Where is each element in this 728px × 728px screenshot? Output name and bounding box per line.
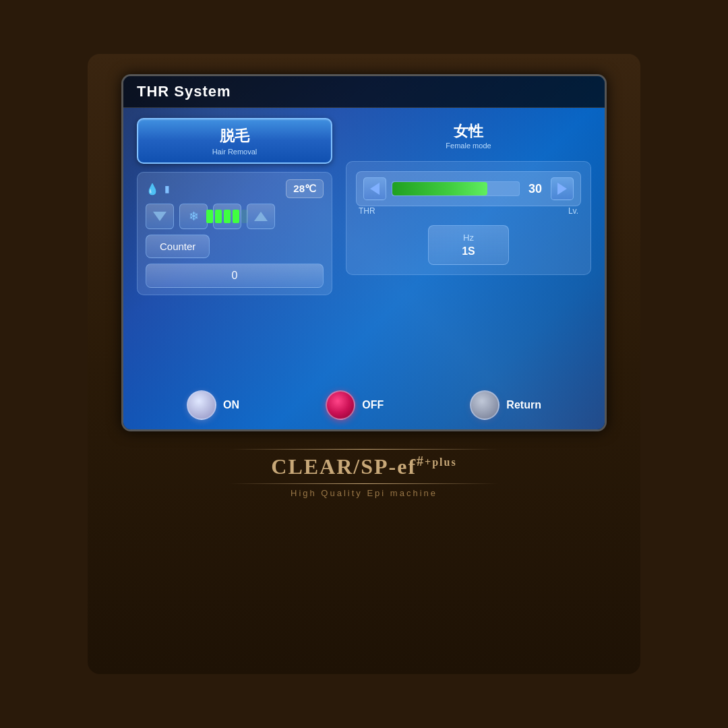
title-bar: THR System bbox=[123, 76, 605, 108]
brand-name: CLEAR/SP-ef#+plus bbox=[229, 454, 499, 479]
off-button[interactable]: OFF bbox=[326, 390, 384, 420]
main-content: 脱毛 Hair Removal 💧 ▮ 28℃ bbox=[123, 108, 605, 382]
energy-bar-2 bbox=[215, 210, 222, 223]
mode-kanji: 脱毛 bbox=[149, 126, 320, 146]
brand-plus: +plus bbox=[425, 456, 457, 468]
thr-decrease-button[interactable] bbox=[363, 177, 386, 200]
brand-sub: High Quality Epi machine bbox=[229, 488, 499, 498]
on-button[interactable]: ON bbox=[187, 390, 239, 420]
on-button-label: ON bbox=[223, 399, 239, 411]
energy-btn[interactable] bbox=[213, 204, 241, 229]
screen-outer: THR System 脱毛 Hair Removal 💧 ▮ 28℃ bbox=[121, 74, 607, 431]
vacuum-btn[interactable] bbox=[146, 204, 174, 229]
energy-bar-4 bbox=[233, 210, 239, 223]
lv-label: Lv. bbox=[568, 206, 578, 216]
left-arrow-icon bbox=[370, 183, 380, 195]
brand-text: CLEAR/SP-ef bbox=[271, 454, 417, 479]
energy-bars bbox=[206, 210, 248, 223]
snowflake-icon: ❄ bbox=[189, 209, 199, 224]
off-button-circle bbox=[326, 390, 355, 420]
thr-level-value: 30 bbox=[525, 182, 545, 196]
thr-label: THR bbox=[359, 206, 375, 216]
counter-value: 0 bbox=[146, 264, 324, 288]
return-button-circle bbox=[470, 390, 499, 420]
hz-label: Hz bbox=[442, 233, 495, 243]
thr-bar-fill bbox=[392, 182, 487, 195]
mode-button[interactable]: 脱毛 Hair Removal bbox=[137, 118, 332, 164]
water-icon: 💧 bbox=[146, 183, 159, 195]
machine-body: THR System 脱毛 Hair Removal 💧 ▮ 28℃ bbox=[88, 54, 640, 674]
thr-bar-container bbox=[392, 181, 520, 196]
off-button-label: OFF bbox=[362, 399, 384, 411]
cool-btn[interactable]: ❄ bbox=[179, 204, 208, 229]
temp-icon-bar: ▮ bbox=[164, 183, 170, 194]
right-mode-label: 女性 Female mode bbox=[346, 118, 591, 153]
thr-labels: THR Lv. bbox=[356, 206, 581, 216]
thr-increase-button[interactable] bbox=[551, 177, 574, 200]
right-panel: 女性 Female mode bbox=[346, 118, 591, 372]
right-mode-kanji: 女性 bbox=[346, 121, 591, 142]
thr-control: 30 bbox=[356, 171, 581, 206]
temperature-display: 28℃ bbox=[286, 179, 324, 198]
alarm-icon bbox=[254, 212, 268, 221]
on-button-circle bbox=[187, 390, 216, 420]
return-button[interactable]: Return bbox=[470, 390, 541, 420]
screen-title: THR System bbox=[137, 83, 591, 100]
counter-button[interactable]: Counter bbox=[146, 235, 210, 258]
brand-area: CLEAR/SP-ef#+plus High Quality Epi machi… bbox=[229, 445, 499, 498]
right-inner-panel: 30 THR Lv. Hz bbox=[346, 161, 591, 275]
brand-line-top bbox=[229, 449, 499, 450]
alarm-btn[interactable] bbox=[247, 204, 275, 229]
screen-display: THR System 脱毛 Hair Removal 💧 ▮ 28℃ bbox=[123, 76, 605, 429]
right-arrow-icon bbox=[557, 183, 567, 195]
controls-row: ❄ bbox=[146, 204, 324, 229]
bottom-bar: ON OFF Return bbox=[123, 382, 605, 429]
brand-line-bottom bbox=[229, 483, 499, 484]
energy-bar-1 bbox=[206, 210, 213, 223]
vacuum-icon bbox=[153, 212, 166, 221]
right-mode-sub: Female mode bbox=[346, 142, 591, 150]
status-panel: 💧 ▮ 28℃ ❄ bbox=[137, 172, 332, 295]
energy-bar-3 bbox=[224, 210, 231, 223]
hz-panel[interactable]: Hz 1S bbox=[428, 225, 509, 265]
return-button-label: Return bbox=[506, 399, 541, 411]
hz-value: 1S bbox=[442, 245, 495, 257]
mode-sub: Hair Removal bbox=[149, 148, 320, 156]
left-panel: 脱毛 Hair Removal 💧 ▮ 28℃ bbox=[137, 118, 332, 372]
brand-sharp: # bbox=[417, 454, 425, 468]
temp-row: 💧 ▮ 28℃ bbox=[146, 179, 324, 198]
